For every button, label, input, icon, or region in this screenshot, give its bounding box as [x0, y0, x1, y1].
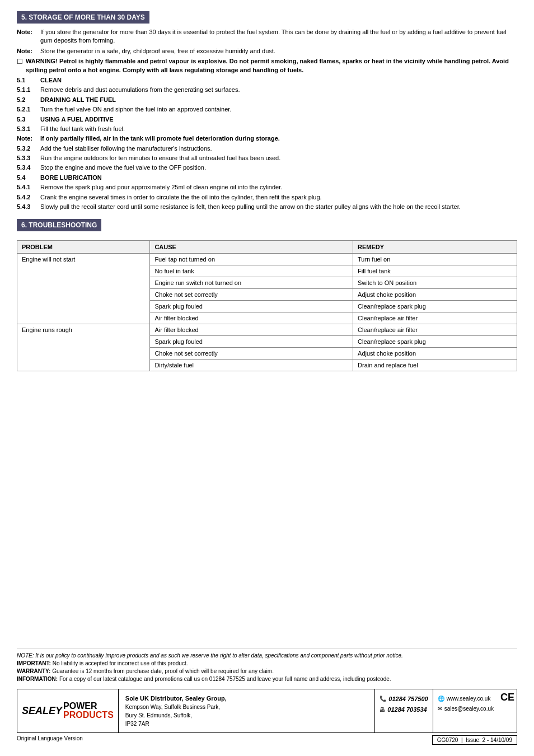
footer-version-bar: Original Language Version GG0720 | Issue… — [17, 735, 517, 745]
distributor-title: Sole UK Distributor, Sealey Group, — [125, 694, 368, 703]
remedy-choke-2: Adjust choke position — [353, 348, 517, 360]
warning-text: WARNING! Petrol is highly flammable and … — [26, 57, 517, 74]
footer-bottom: SEALEY POWER PRODUCTS Sole UK Distributo… — [17, 689, 517, 734]
table-row: Engine runs rough Air filter blocked Cle… — [17, 324, 517, 336]
cause-switch: Engine run switch not turned on — [150, 277, 353, 289]
item-num-5-4-3: 5.4.3 — [17, 203, 40, 211]
item-5-2-1: 5.2.1 Turn the fuel valve ON and siphon … — [17, 105, 517, 114]
cause-choke-2: Choke not set correctly — [150, 348, 353, 360]
logo-right-part: POWER PRODUCTS — [63, 702, 114, 720]
contact-box: 📞 01284 757500 🖷 01284 703534 — [375, 689, 433, 733]
email-icon: ✉ — [438, 704, 442, 714]
remedy-turn-fuel: Turn fuel on — [353, 254, 517, 265]
col-problem: PROBLEM — [17, 241, 150, 254]
section-5: 5. STORAGE OF MORE THAN 30 DAYS Note: If… — [17, 11, 517, 211]
note-2: Note: Store the generator in a safe, dry… — [17, 47, 517, 55]
remedy-air-1: Clean/replace air filter — [353, 312, 517, 324]
item-num-5-4: 5.4 — [17, 174, 40, 182]
note-1: Note: If you store the generator for mor… — [17, 28, 517, 45]
item-text-5-4-3: Slowly pull the recoil starter cord unti… — [40, 203, 517, 211]
item-num-5-3-3: 5.3.3 — [17, 154, 40, 162]
fax-number: 01284 703534 — [387, 704, 427, 716]
remedy-choke: Adjust choke position — [353, 289, 517, 301]
item-num-5-4-1: 5.4.1 — [17, 183, 40, 192]
sealey-text: SEALEY — [22, 706, 62, 716]
logo-box: SEALEY POWER PRODUCTS — [17, 689, 119, 733]
item-5-4-2: 5.4.2 Crank the engine several times in … — [17, 193, 517, 202]
item-text-5-2: DRAINING ALL THE FUEL — [40, 96, 517, 104]
distributor-address3: IP32 7AR — [125, 720, 368, 728]
phone-item: 📞 01284 757500 — [380, 694, 428, 705]
cause-fuel-tap: Fuel tap not turned on — [150, 254, 353, 265]
cause-spark-1: Spark plug fouled — [150, 301, 353, 312]
web-icon: 🌐 — [438, 694, 444, 704]
item-num-5-4-2: 5.4.2 — [17, 193, 40, 202]
version-info: GG0720 | Issue: 2 - 14/10/09 — [432, 735, 517, 745]
item-num-5-3: 5.3 — [17, 115, 40, 124]
section-6-header: 6. TROUBLESHOOTING — [17, 219, 101, 231]
remedy-drain-fuel: Drain and replace fuel — [353, 360, 517, 371]
remedy-switch-on: Switch to ON position — [353, 277, 517, 289]
note-label-1: Note: — [17, 28, 40, 45]
item-5-4: 5.4 BORE LUBRICATION — [17, 174, 517, 182]
item-5-2: 5.2 DRAINING ALL THE FUEL — [17, 96, 517, 104]
item-text-5-3: USING A FUEL ADDITIVE — [40, 115, 517, 124]
website-item: 🌐 www.sealey.co.uk — [438, 694, 494, 704]
distributor-box: Sole UK Distributor, Sealey Group, Kemps… — [119, 689, 375, 733]
phone-number: 01284 757500 — [388, 694, 428, 705]
item-5-3: 5.3 USING A FUEL ADDITIVE — [17, 115, 517, 124]
footer-note-italic: NOTE: It is our policy to continually im… — [17, 652, 517, 660]
cause-air-1: Air filter blocked — [150, 312, 353, 324]
version-code: GG0720 — [437, 737, 458, 743]
distributor-address1: Kempson Way, Suffolk Business Park, — [125, 703, 368, 711]
fax-icon: 🖷 — [380, 705, 385, 715]
item-text-5-3-2: Add the fuel stabiliser following the ma… — [40, 144, 517, 153]
remedy-fill-tank: Fill fuel tank — [353, 265, 517, 277]
original-language-text: Original Language Version — [17, 735, 83, 745]
item-num-5-1: 5.1 — [17, 76, 40, 85]
email-item: ✉ sales@sealey.co.uk — [438, 704, 494, 714]
ce-mark: CE — [498, 689, 517, 733]
phone-icon: 📞 — [380, 694, 386, 704]
problem-engine-not-start: Engine will not start — [17, 254, 150, 324]
item-text-5-4-2: Crank the engine several times in order … — [40, 193, 517, 202]
footer-information: INFORMATION: For a copy of our latest ca… — [17, 675, 517, 683]
item-5-4-1: 5.4.1 Remove the spark plug and pour app… — [17, 183, 517, 192]
cause-spark-2: Spark plug fouled — [150, 336, 353, 348]
item-text-5-3-3: Run the engine outdoors for ten minutes … — [40, 154, 517, 162]
footer-notes: NOTE: It is our policy to continually im… — [17, 648, 517, 683]
note-text-1: If you store the generator for more than… — [40, 28, 517, 45]
item-num-5-2: 5.2 — [17, 96, 40, 104]
section-6: 6. TROUBLESHOOTING PROBLEM CAUSE REMEDY … — [17, 219, 517, 371]
item-5-1-1: 5.1.1 Remove debris and dust accumulatio… — [17, 86, 517, 94]
cause-no-fuel: No fuel in tank — [150, 265, 353, 277]
item-num-5-1-1: 5.1.1 — [17, 86, 40, 94]
problem-engine-rough: Engine runs rough — [17, 324, 150, 371]
item-text-5-2-1: Turn the fuel valve ON and siphon the fu… — [40, 105, 517, 114]
remedy-air-2: Clean/replace air filter — [353, 324, 517, 336]
footer-warranty: WARRANTY: Guarantee is 12 months from pu… — [17, 668, 517, 675]
item-num-5-2-1: 5.2.1 — [17, 105, 40, 114]
item-text-5-3-1: Fill the fuel tank with fresh fuel. — [40, 125, 517, 133]
table-row: Engine will not start Fuel tap not turne… — [17, 254, 517, 265]
warning-line: ☐ WARNING! Petrol is highly flammable an… — [17, 57, 517, 74]
remedy-spark-2: Clean/replace spark plug — [353, 336, 517, 348]
col-remedy: REMEDY — [353, 241, 517, 254]
item-text-5-4: BORE LUBRICATION — [40, 174, 517, 182]
item-5-4-3: 5.4.3 Slowly pull the recoil starter cor… — [17, 203, 517, 211]
item-5-1: 5.1 CLEAN — [17, 76, 517, 85]
item-num-5-3-2: 5.3.2 — [17, 144, 40, 153]
item-text-5-3-4: Stop the engine and move the fuel valve … — [40, 164, 517, 172]
issue-text: Issue: 2 - 14/10/09 — [466, 737, 512, 743]
note-label-2: Note: — [17, 47, 40, 55]
item-note-partial: Note: If only partially filled, air in t… — [17, 134, 517, 143]
item-5-3-3: 5.3.3 Run the engine outdoors for ten mi… — [17, 154, 517, 162]
col-cause: CAUSE — [150, 241, 353, 254]
footer-area: NOTE: It is our policy to continually im… — [17, 648, 517, 745]
item-num-5-3-1: 5.3.1 — [17, 125, 40, 133]
item-num-5-3-4: 5.3.4 — [17, 164, 40, 172]
web-box: 🌐 www.sealey.co.uk ✉ sales@sealey.co.uk — [433, 689, 498, 733]
products-text: PRODUCTS — [63, 711, 114, 720]
item-5-3-4: 5.3.4 Stop the engine and move the fuel … — [17, 164, 517, 172]
note-text-2: Store the generator in a safe, dry, chil… — [40, 47, 517, 55]
